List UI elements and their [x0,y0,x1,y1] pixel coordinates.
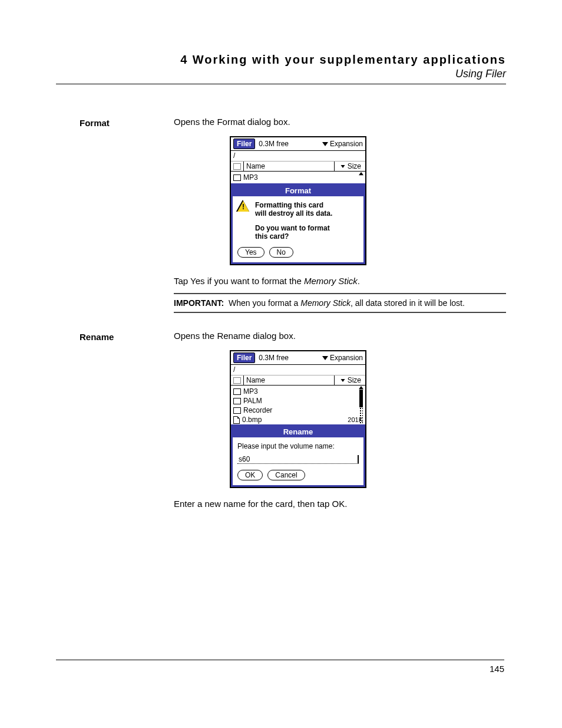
list-item[interactable]: 0.bmp 201K [233,415,363,424]
list-item[interactable]: PALM [233,396,363,406]
list-item[interactable]: Recorder [233,406,363,415]
scroll-up-icon [359,172,363,176]
file-name: MP3 [243,387,337,396]
file-name: Recorder [243,406,337,414]
path-bar: / [231,151,365,162]
select-all-icon[interactable] [233,163,241,170]
ok-button[interactable]: OK [237,470,263,480]
cancel-button[interactable]: Cancel [267,470,305,480]
folder-icon [233,388,241,395]
no-button[interactable]: No [269,247,293,258]
list-item[interactable]: MP3 [233,173,363,182]
folder-icon [233,407,241,414]
expansion-label: Expansion [330,354,363,362]
page-number: 145 [490,664,504,674]
rename-instruction: Enter a new name for the card, then tap … [174,499,506,509]
list-item[interactable]: MP3 [233,387,363,396]
free-space: 0.3M free [259,140,289,148]
important-note: IMPORTANT: When you format a Memory Stic… [174,293,506,314]
sort-icon [340,379,345,382]
chevron-down-icon [322,142,328,146]
chapter-title: 4 Working with your supplementary applic… [80,53,506,67]
rename-label: Rename [80,331,174,515]
name-header[interactable]: Name [243,162,335,171]
file-name: 0.bmp [242,416,337,424]
sort-icon [340,165,345,168]
path-bar: / [231,365,365,375]
volume-name-input[interactable]: s60 [237,455,359,464]
folder-icon [233,174,241,181]
file-name: MP3 [243,173,363,182]
footer-rule [56,660,504,660]
scrollbar[interactable] [358,386,364,424]
app-label: Filer [233,353,255,363]
confirm-question: Do you want to format this card? [255,224,359,241]
header-rule [56,84,506,84]
yes-button[interactable]: Yes [237,247,265,258]
expansion-dropdown[interactable]: Expansion [322,354,363,362]
rename-screenshot: Filer 0.3M free Expansion / Name Size [230,350,366,488]
folder-icon [233,398,241,404]
format-label: Format [80,117,174,313]
size-header[interactable]: Size [337,376,363,384]
chevron-down-icon [322,356,328,360]
free-space: 0.3M free [259,354,289,362]
file-icon [233,416,240,424]
rename-prompt: Please input the volume name: [237,442,359,450]
section-title: Using Filer [80,68,506,80]
app-label: Filer [233,139,255,149]
scrollbar[interactable] [358,172,364,183]
size-header[interactable]: Size [337,162,363,170]
file-name: PALM [243,397,337,405]
dialog-title: Rename [233,426,363,437]
name-header[interactable]: Name [243,375,335,385]
scroll-up-icon [359,386,363,390]
warning-icon: ! [237,201,249,212]
dialog-title: Format [233,185,363,196]
rename-desc: Opens the Rename dialog box. [174,331,506,341]
format-instruction: Tap Yes if you want to format the Memory… [174,276,506,286]
warning-text: Formatting this card will destroy all it… [255,201,332,218]
format-dialog: Format ! Formatting this card will destr… [231,183,365,264]
rename-dialog: Rename Please input the volume name: s60… [231,424,365,487]
expansion-dropdown[interactable]: Expansion [322,140,363,148]
format-desc: Opens the Format dialog box. [174,117,506,127]
expansion-label: Expansion [330,140,363,148]
format-screenshot: Filer 0.3M free Expansion / Name Size [230,136,366,265]
select-all-icon[interactable] [233,377,241,384]
